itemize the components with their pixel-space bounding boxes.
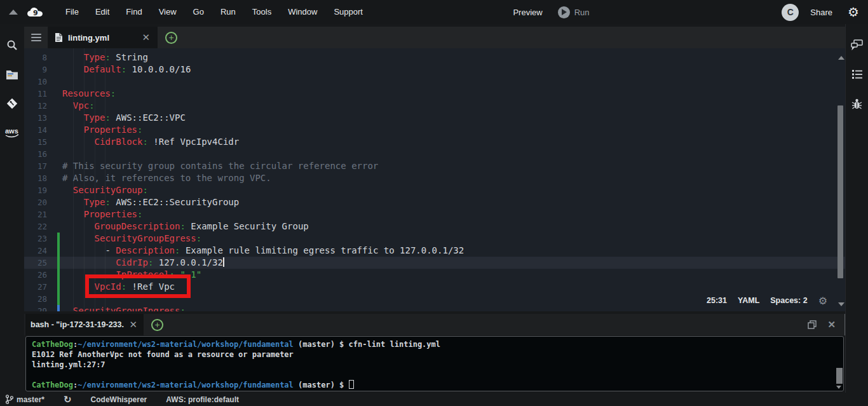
files-icon	[6, 69, 18, 80]
sidebar-item-debugger[interactable]	[846, 89, 868, 118]
code-line[interactable]: 10	[24, 76, 845, 88]
code-line[interactable]: 25 CidrIp: 127.0.0.1/32	[24, 257, 845, 269]
syntax-mode[interactable]: YAML	[738, 295, 759, 307]
right-sidebar	[845, 24, 868, 393]
menubar: 9 File Edit Find View Go Run Tools Windo…	[0, 0, 868, 24]
svg-text:9: 9	[33, 9, 38, 17]
cloud9-logo[interactable]: 9	[27, 6, 43, 18]
menu-file[interactable]: File	[57, 0, 87, 24]
code-line[interactable]: 18# Also, it references to the wrong VPC…	[24, 172, 845, 184]
tab-linting-yml[interactable]: linting.yml ✕	[48, 27, 158, 48]
cursor-position[interactable]: 25:31	[707, 295, 727, 307]
terminal-tabstrip: bash - "ip-172-31-19-233. ✕ + ✕	[24, 314, 845, 335]
cloud9-logo-icon: 9	[27, 6, 43, 18]
codewhisperer-label: CodeWhisperer	[91, 395, 147, 404]
collaborate-icon	[851, 39, 864, 51]
new-tab-icon[interactable]: +	[165, 32, 177, 44]
tab-list-icon[interactable]	[24, 27, 48, 48]
sidebar-item-source-control[interactable]	[1, 89, 24, 118]
file-icon	[55, 32, 63, 43]
code-line[interactable]: 13 Type: AWS::EC2::VPC	[24, 112, 845, 124]
terminal-line: linting.yml:27:7	[32, 360, 841, 370]
preview-button[interactable]: Preview	[505, 8, 550, 17]
menu-edit[interactable]: Edit	[87, 0, 118, 24]
editor-scrollbar[interactable]	[837, 48, 844, 311]
code-line[interactable]: 14 Properties:	[24, 124, 845, 136]
maximize-pane-icon[interactable]	[807, 320, 817, 330]
code-line[interactable]: 22 GroupDescription: Example Security Gr…	[24, 220, 845, 233]
collapse-menubar-icon[interactable]	[9, 10, 18, 15]
code-line[interactable]: 17# This security group contains the cir…	[24, 160, 845, 172]
code-line[interactable]: 20 Type: AWS::EC2::SecurityGroup	[24, 196, 845, 208]
close-pane-icon[interactable]: ✕	[827, 319, 836, 330]
code-line[interactable]: 8 Type: String	[24, 51, 845, 64]
editor-statusbar: 25:31 YAML Spaces: 2 ⚙	[707, 295, 827, 307]
menu-support[interactable]: Support	[325, 0, 371, 24]
code-line[interactable]: 26 IpProtocol: "-1"	[24, 269, 845, 281]
code-line[interactable]: 15 CidrBlock: !Ref VpcIpv4Cidr	[24, 136, 845, 148]
share-button[interactable]: Share	[810, 8, 832, 17]
sidebar-item-collaborate[interactable]	[846, 30, 868, 60]
sidebar-item-files[interactable]	[1, 60, 24, 89]
code-line[interactable]: 11Resources:	[24, 88, 845, 100]
settings-gear-icon[interactable]: ⚙	[848, 4, 859, 20]
editor[interactable]: 8 Type: String9 Default: 10.0.0.0/161011…	[24, 48, 845, 311]
code-line[interactable]: 9 Default: 10.0.0.0/16	[24, 64, 845, 76]
menu-view[interactable]: View	[151, 0, 185, 24]
cloud9-ide-window: 9 File Edit Find View Go Run Tools Windo…	[0, 0, 868, 406]
menu-tools[interactable]: Tools	[244, 0, 280, 24]
terminal-scrollbar-thumb[interactable]	[836, 368, 843, 384]
git-branch-status[interactable]: master*	[5, 395, 44, 404]
scroll-down-icon[interactable]	[838, 302, 844, 306]
left-sidebar: aws	[0, 24, 24, 393]
new-terminal-icon[interactable]: +	[151, 319, 163, 331]
close-terminal-tab-icon[interactable]: ✕	[128, 319, 139, 330]
search-icon	[6, 39, 18, 51]
code-line[interactable]: 27 VpcId: !Ref Vpc	[24, 281, 845, 293]
terminal-line: CatTheDog:~/environment/ws2-material/wor…	[32, 380, 841, 390]
menu-run[interactable]: Run	[212, 0, 244, 24]
git-branch-icon	[5, 395, 13, 404]
indent-setting[interactable]: Spaces: 2	[770, 295, 807, 307]
terminal-line	[32, 370, 841, 380]
code-line[interactable]: 12 Vpc:	[24, 100, 845, 112]
terminal-panel: CatTheDog:~/environment/ws2-material/wor…	[24, 335, 845, 393]
menu-go[interactable]: Go	[185, 0, 212, 24]
editor-tabstrip: linting.yml ✕ +	[24, 27, 845, 48]
close-tab-icon[interactable]: ✕	[140, 32, 151, 43]
sync-icon: ↻	[64, 394, 72, 405]
statusbar: master* ↻ CodeWhisperer AWS: profile:def…	[0, 393, 868, 406]
branch-name: master*	[17, 395, 44, 404]
aws-profile-status[interactable]: AWS: profile:default	[166, 395, 239, 404]
body: aws	[0, 24, 868, 393]
terminal-pane-controls: ✕	[798, 314, 845, 335]
sidebar-item-search[interactable]	[1, 30, 24, 60]
svg-text:aws: aws	[5, 127, 18, 135]
aws-explorer-icon: aws	[4, 126, 20, 139]
run-button-label: Run	[574, 8, 590, 17]
code-line[interactable]: 24 - Description: Example rule limiting …	[24, 245, 845, 257]
code-line[interactable]: 16	[24, 148, 845, 160]
scroll-up-icon[interactable]	[838, 56, 844, 60]
code-line[interactable]: 21 Properties:	[24, 208, 845, 220]
menu-window[interactable]: Window	[280, 0, 325, 24]
tab-bash-terminal[interactable]: bash - "ip-172-31-19-233. ✕	[25, 314, 144, 335]
editor-settings-gear-icon[interactable]: ⚙	[818, 295, 827, 307]
sync-status[interactable]: ↻	[64, 394, 72, 405]
source-control-icon	[5, 97, 19, 111]
terminal-line: CatTheDog:~/environment/ws2-material/wor…	[32, 339, 841, 349]
sidebar-item-outline[interactable]	[846, 60, 868, 89]
tab-title: linting.yml	[68, 33, 135, 43]
aws-profile-label: AWS: profile:default	[166, 395, 239, 404]
run-button[interactable]: Run	[550, 6, 597, 18]
editor-scrollbar-thumb[interactable]	[837, 105, 843, 278]
terminal-line: E1012 Ref AnotherVpc not found as a reso…	[32, 349, 841, 360]
menu-find[interactable]: Find	[118, 0, 150, 24]
codewhisperer-status[interactable]: CodeWhisperer	[91, 395, 147, 404]
code-line[interactable]: 23 SecurityGroupEgress:	[24, 233, 845, 245]
sidebar-item-aws-explorer[interactable]: aws	[1, 118, 24, 147]
terminal-scroll-down-icon[interactable]	[836, 386, 841, 389]
terminal-output[interactable]: CatTheDog:~/environment/ws2-material/wor…	[25, 336, 844, 391]
code-line[interactable]: 19 SecurityGroup:	[24, 184, 845, 196]
avatar[interactable]: C	[782, 4, 799, 21]
